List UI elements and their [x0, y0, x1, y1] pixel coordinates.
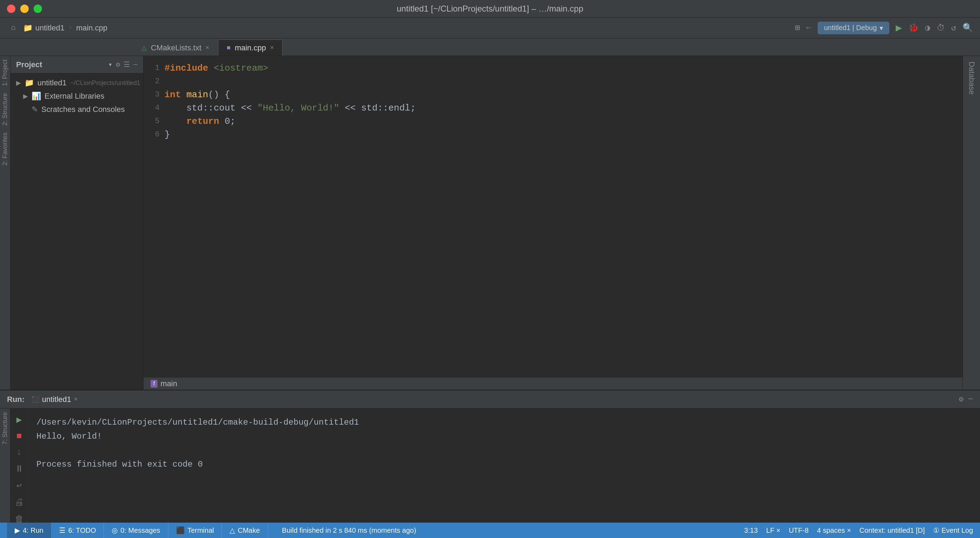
arrow-icon: ▶ — [23, 92, 28, 100]
tree-scratches-label: Scratches and Consoles — [41, 105, 125, 114]
stop-icon[interactable]: ■ — [16, 431, 22, 441]
left-sidebar-icons: 1: Project 2: Structure 2: Favorites — [0, 56, 11, 390]
close-panel-icon[interactable]: — — [134, 60, 138, 68]
search-icon[interactable]: 🔍 — [963, 23, 973, 33]
tabs-row: △ CMakeLists.txt × ■ main.cpp × — [0, 38, 980, 56]
cursor-position: 3:13 — [744, 527, 758, 535]
status-tab-messages[interactable]: ◎ 0: Messages — [104, 523, 168, 538]
sidebar-item-favorites[interactable]: 2: Favorites — [2, 133, 9, 165]
bottom-panel: Run: ⬛ untitled1 × ⚙ — 7: Structure ▶ ■ … — [0, 390, 980, 523]
expand-icon[interactable]: ⊞ — [795, 23, 800, 33]
scroll-down-icon[interactable]: ↓ — [16, 447, 22, 457]
console-line-1: /Users/kevin/CLionProjects/untitled1/cma… — [37, 416, 972, 430]
code-editor[interactable]: #include <iostream> int main() { std::co… — [164, 56, 963, 377]
settings-icon[interactable]: ⚙ — [959, 395, 964, 404]
line-numbers: 1 2 3 4 5 6 — [143, 56, 164, 377]
run-tab-close[interactable]: × — [74, 396, 78, 403]
context-info: Context: untitled1 [D] — [860, 527, 925, 535]
tab-main-cpp[interactable]: ■ main.cpp × — [218, 40, 283, 56]
nav-file[interactable]: main.cpp — [76, 24, 107, 33]
charset: UTF-8 — [789, 527, 809, 535]
cmake-icon: △ — [230, 526, 235, 535]
line-ending: LF × — [766, 527, 781, 535]
reload-icon[interactable]: ↺ — [951, 23, 956, 33]
status-bar-tabs: ▶ 4: Run ☰ 6: TODO ◎ 0: Messages ⬛ Termi… — [7, 523, 268, 538]
maximize-button[interactable] — [33, 5, 42, 13]
clear-icon[interactable]: 🗑 — [15, 514, 24, 523]
code-container: 1 2 3 4 5 6 #include <iostream> int main… — [143, 56, 963, 377]
breadcrumb-fn: f main — [151, 379, 177, 388]
nav-separator: › — [68, 24, 72, 32]
settings-icon[interactable]: ⚙ — [116, 60, 120, 69]
status-tab-terminal[interactable]: ⬛ Terminal — [169, 523, 222, 538]
main-area: 1: Project 2: Structure 2: Favorites Pro… — [0, 56, 980, 390]
run-tab-label: untitled1 — [42, 395, 71, 404]
status-tab-run[interactable]: ▶ 4: Run — [7, 523, 51, 538]
build-message: Build finished in 2 s 840 ms (moments ag… — [282, 527, 417, 535]
tree-item-root[interactable]: ▶ 📁 untitled1 ~/CLionProjects/untitled1 — [11, 76, 143, 90]
event-log[interactable]: ① Event Log — [933, 526, 973, 535]
tab-cpp-label: main.cpp — [235, 43, 266, 52]
database-icon[interactable]: Database — [967, 62, 976, 94]
terminal-text: Terminal — [188, 527, 214, 535]
console-output: /Users/kevin/CLionProjects/untitled1/cma… — [28, 409, 980, 523]
tree-item-scratches[interactable]: ▶ ✎ Scratches and Consoles — [11, 103, 143, 116]
sidebar-item-project[interactable]: 1: Project — [2, 59, 9, 86]
tab-cmake-label: CMakeLists.txt — [151, 43, 201, 52]
run-again-icon[interactable]: ▶ — [16, 414, 22, 425]
project-dropdown-icon[interactable]: ▾ — [108, 60, 112, 69]
console-line-3 — [37, 444, 972, 457]
todo-icon: ☰ — [59, 526, 65, 535]
status-tab-todo[interactable]: ☰ 6: TODO — [51, 523, 104, 538]
sidebar-item-structure[interactable]: 2: Structure — [2, 93, 9, 125]
library-icon: 📊 — [32, 92, 41, 101]
cmake-tab-close[interactable]: × — [205, 44, 209, 51]
project-nav[interactable]: 📁 untitled1 — [23, 24, 64, 33]
pause-icon[interactable]: ⏸ — [15, 463, 24, 475]
title-bar: untitled1 [~/CLionProjects/untitled1] – … — [0, 0, 980, 17]
console-line-2: Hello, World! — [37, 430, 972, 444]
layout-icon[interactable]: ☰ — [124, 60, 130, 69]
nav-bar: ⌂ 📁 untitled1 › main.cpp ⊞ ← untitled1 |… — [0, 17, 980, 38]
code-line-6: } — [164, 128, 963, 141]
run-tab-icon: ▶ — [15, 526, 20, 535]
close-button[interactable] — [7, 5, 15, 13]
code-line-4: std::cout << "Hello, World!" << std::end… — [164, 102, 963, 115]
tree-root-label: untitled1 — [37, 78, 67, 87]
bottom-left-label: 7: Structure — [2, 412, 9, 444]
minimize-panel-icon[interactable]: — — [969, 395, 973, 404]
tree-root-path: ~/CLionProjects/untitled1 — [70, 79, 140, 87]
status-tab-cmake[interactable]: △ CMake — [222, 523, 268, 538]
editor-area[interactable]: 1 2 3 4 5 6 #include <iostream> int main… — [143, 56, 963, 390]
tab-cmakeLists[interactable]: △ CMakeLists.txt × — [133, 40, 218, 56]
cpp-tab-close[interactable]: × — [270, 44, 274, 51]
minimize-button[interactable] — [20, 5, 29, 13]
todo-text: 6: TODO — [68, 527, 96, 535]
code-line-2 — [164, 75, 963, 88]
run-config[interactable]: untitled1 | Debug ▾ — [818, 22, 889, 34]
home-icon[interactable]: ⌂ — [7, 22, 20, 34]
code-line-3: int main() { — [164, 88, 963, 102]
print-icon[interactable]: 🖨 — [15, 497, 24, 508]
wrap-icon[interactable]: ↩ — [16, 480, 22, 491]
right-sidebar: Database — [963, 56, 980, 390]
traffic-lights — [7, 5, 42, 13]
tree-external-label: External Libraries — [45, 92, 104, 101]
nav-right: ⊞ ← untitled1 | Debug ▾ ▶ 🐞 ◑ ⏱ ↺ 🔍 — [795, 21, 973, 34]
run-with-coverage-icon[interactable]: ◑ — [925, 23, 930, 33]
project-panel-header: Project ▾ ⚙ ☰ — — [11, 56, 143, 73]
profile-icon[interactable]: ⏱ — [937, 23, 945, 33]
arrow-icon: ▶ — [16, 79, 21, 87]
editor-breadcrumb: f main — [143, 377, 963, 390]
run-tab-icon: ⬛ — [32, 396, 39, 403]
back-icon[interactable]: ← — [807, 23, 811, 33]
tree-item-external-libraries[interactable]: ▶ 📊 External Libraries — [11, 90, 143, 103]
messages-text: 0: Messages — [120, 527, 160, 535]
console-line-4: Process finished with exit code 0 — [37, 457, 972, 471]
title-bar-text: untitled1 [~/CLionProjects/untitled1] – … — [397, 4, 584, 14]
folder-icon: 📁 — [23, 24, 33, 33]
debug-icon[interactable]: 🐞 — [908, 23, 919, 33]
play-button[interactable]: ▶ — [896, 21, 902, 34]
run-controls: ▶ ■ ↓ ⏸ ↩ 🖨 🗑 — [11, 409, 28, 523]
run-tab[interactable]: ⬛ untitled1 × — [32, 395, 78, 404]
